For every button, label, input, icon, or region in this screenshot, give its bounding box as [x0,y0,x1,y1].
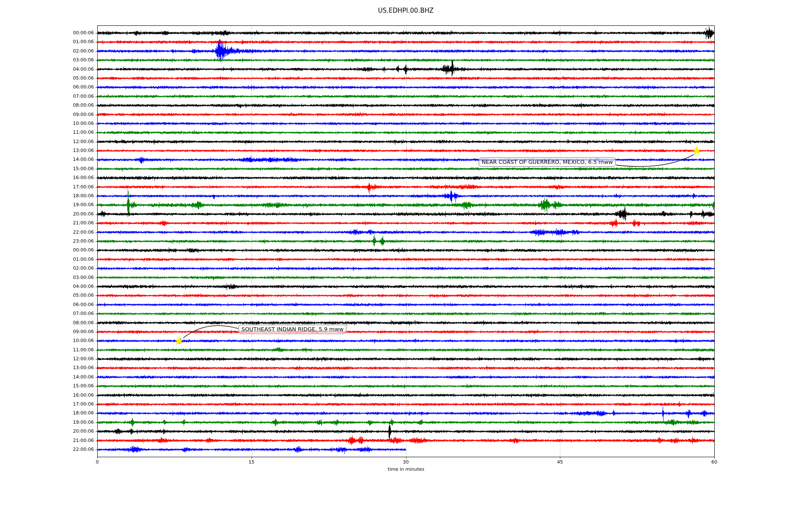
y-tick-label: 04:00:06 [0,284,94,290]
y-tick-label: 12:00:06 [0,139,94,145]
y-tick-label: 15:00:06 [0,166,94,172]
y-tick-label: 18:00:06 [0,193,94,199]
seismogram-figure: US.EDHPI.00.BHZ 00:00:0601:00:0602:00:06… [0,0,812,508]
y-tick-label: 22:00:06 [0,447,94,453]
y-tick-label: 16:00:06 [0,392,94,398]
x-axis-title: time in minutes [380,467,432,472]
y-tick-label: 03:00:06 [0,275,94,281]
y-tick-label: 22:00:06 [0,229,94,235]
y-tick-label: 07:00:06 [0,311,94,317]
y-tick-label: 06:00:06 [0,302,94,308]
y-tick-label: 06:00:06 [0,84,94,90]
y-tick-label: 13:00:06 [0,365,94,371]
y-tick-label: 09:00:06 [0,112,94,118]
y-tick-label: 11:00:06 [0,347,94,353]
x-tick-label: 45 [551,459,569,465]
annotation-guerrero-label: NEAR COAST OF GUERRERO, MEXICO, 6.5 mww [482,159,613,165]
y-tick-label: 10:00:06 [0,338,94,344]
y-tick-label: 11:00:06 [0,130,94,135]
y-tick-label: 08:00:06 [0,320,94,326]
y-tick-label: 21:00:06 [0,438,94,444]
plot-title: US.EDHPI.00.BHZ [97,7,714,14]
seismogram-canvas [0,0,812,508]
y-tick-label: 13:00:06 [0,148,94,154]
y-tick-label: 07:00:06 [0,94,94,99]
x-tick-label: 0 [88,459,107,465]
y-tick-label: 03:00:06 [0,57,94,63]
y-tick-label: 01:00:06 [0,39,94,45]
y-tick-label: 21:00:06 [0,220,94,226]
y-tick-label: 05:00:06 [0,293,94,298]
y-tick-label: 17:00:06 [0,401,94,407]
y-tick-label: 16:00:06 [0,175,94,181]
y-tick-label: 10:00:06 [0,121,94,127]
y-tick-label: 00:00:06 [0,30,94,36]
y-tick-label: 20:00:06 [0,428,94,434]
x-tick-label: 30 [397,459,415,465]
annotation-guerrero-event: NEAR COAST OF GUERRERO, MEXICO, 6.5 mww [479,157,616,167]
y-tick-label: 18:00:06 [0,410,94,416]
y-tick-label: 08:00:06 [0,102,94,108]
x-tick-label: 15 [242,459,261,465]
y-tick-label: 02:00:06 [0,265,94,271]
y-tick-label: 19:00:06 [0,420,94,425]
y-tick-label: 14:00:06 [0,157,94,163]
y-tick-label: 01:00:06 [0,257,94,262]
y-tick-label: 00:00:06 [0,247,94,253]
y-tick-label: 19:00:06 [0,202,94,208]
x-tick-label: 60 [705,459,724,465]
y-tick-label: 12:00:06 [0,356,94,362]
annotation-indian-ridge-label: SOUTHEAST INDIAN RIDGE, 5.9 mww [241,326,343,332]
y-tick-label: 14:00:06 [0,374,94,380]
y-tick-label: 09:00:06 [0,329,94,335]
y-tick-label: 20:00:06 [0,211,94,217]
annotation-indian-ridge-event: SOUTHEAST INDIAN RIDGE, 5.9 mww [239,325,346,334]
y-tick-label: 02:00:06 [0,48,94,54]
y-tick-label: 23:00:06 [0,238,94,244]
y-tick-label: 17:00:06 [0,184,94,190]
y-tick-label: 04:00:06 [0,66,94,72]
y-tick-label: 05:00:06 [0,75,94,81]
y-tick-label: 15:00:06 [0,383,94,389]
